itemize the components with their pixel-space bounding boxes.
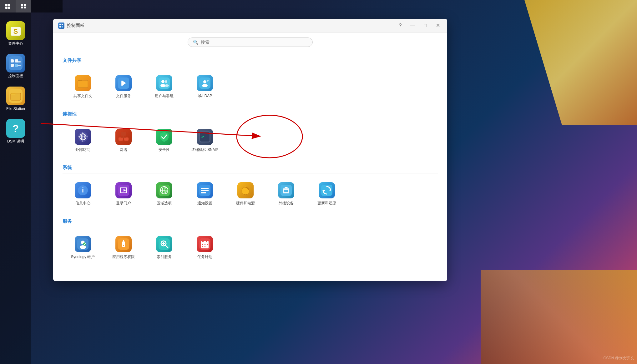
- update-restore-label: 更新和还原: [317, 201, 336, 206]
- info-center-icon: i: [75, 182, 91, 198]
- region-icon: [156, 182, 172, 198]
- grid-item-info-center[interactable]: i 信息中心: [63, 178, 103, 210]
- grid-item-notifications[interactable]: 通知设置: [185, 178, 225, 210]
- pkg-center-label: 套件中心: [8, 41, 23, 46]
- window-controls: ? — □ ✕: [396, 21, 442, 30]
- security-icon: [156, 129, 172, 145]
- search-input[interactable]: [201, 40, 307, 45]
- svg-point-34: [161, 80, 164, 83]
- grid-item-task-scheduler[interactable]: 任务计划: [185, 232, 225, 264]
- svg-rect-16: [18, 65, 21, 66]
- synology-account-icon: [75, 236, 91, 252]
- indexing-service-label: 索引服务: [157, 255, 172, 260]
- window-title: 控制面板: [67, 23, 396, 28]
- maximize-button[interactable]: □: [421, 21, 430, 30]
- notify-icon: [197, 182, 213, 198]
- search-box[interactable]: 🔍: [188, 37, 313, 47]
- minimize-button[interactable]: —: [408, 21, 417, 30]
- sidebar-item-control-panel[interactable]: 控制面板: [2, 51, 30, 81]
- terminal-snmp-label: 终端机和 SNMP: [191, 147, 218, 152]
- domain-ldap-label: 域/LDAP: [198, 94, 212, 99]
- network-label: 网络: [120, 147, 127, 152]
- section-services: 服务: [63, 218, 438, 227]
- watermark: CSDN @刘火班长: [603, 356, 634, 361]
- grid-item-domain-ldap[interactable]: 域/LDAP: [185, 71, 225, 103]
- grid-item-hardware-power[interactable]: 硬件和电源: [225, 178, 266, 210]
- svg-text:>_: >_: [201, 134, 207, 139]
- svg-rect-20: [11, 93, 21, 100]
- search-icon: 🔍: [193, 40, 198, 45]
- search-bar-container: 🔍: [53, 32, 447, 49]
- svg-rect-93: [205, 244, 205, 245]
- terminal-snmp-icon: >_: [197, 129, 213, 145]
- list-view-btn[interactable]: [16, 0, 31, 12]
- svg-rect-92: [202, 244, 203, 245]
- grid-item-region[interactable]: 区域选项: [144, 178, 185, 210]
- svg-point-78: [80, 245, 86, 249]
- sidebar-item-file-station[interactable]: File Station: [2, 84, 30, 113]
- svg-point-39: [203, 80, 206, 83]
- grid-item-file-service[interactable]: 文件服务: [103, 71, 144, 103]
- dsm-help-icon: ?: [6, 119, 25, 138]
- svg-point-37: [164, 84, 169, 87]
- grid-item-indexing-service[interactable]: 索引服务: [144, 232, 185, 264]
- svg-text:S: S: [13, 27, 18, 35]
- section-connectivity: 连接性: [63, 111, 438, 120]
- window-app-icon: [58, 22, 64, 29]
- svg-point-64: [165, 190, 167, 192]
- pkg-center-icon: S: [6, 21, 25, 40]
- svg-rect-0: [5, 4, 8, 6]
- file-service-label: 文件服务: [116, 94, 131, 99]
- grid-item-synology-account[interactable]: Synology 帐户: [63, 232, 103, 264]
- security-label: 安全性: [159, 147, 170, 152]
- section-system: 系统: [63, 165, 438, 173]
- notify-label: 通知设置: [197, 201, 212, 206]
- grid-item-shared-folder[interactable]: 共享文件夹: [63, 71, 103, 103]
- info-center-label: 信息中心: [75, 201, 90, 206]
- task-scheduler-icon: [197, 236, 213, 252]
- grid-item-users-groups[interactable]: 用户与群组: [144, 71, 185, 103]
- grid-item-app-permissions[interactable]: 应用程序权限: [103, 232, 144, 264]
- domain-ldap-icon: [197, 75, 213, 91]
- grid-item-security[interactable]: 安全性: [144, 124, 185, 157]
- shared-folder-label: 共享文件夹: [73, 94, 92, 99]
- svg-rect-95: [202, 246, 203, 247]
- login-portal-icon: [115, 182, 132, 198]
- task-scheduler-label: 任务计划: [197, 255, 212, 260]
- grid-item-network[interactable]: 网络: [103, 124, 144, 157]
- grid-item-external-devices[interactable]: 外接设备: [266, 178, 306, 210]
- svg-rect-7: [24, 7, 26, 8]
- taskbar: [0, 0, 63, 12]
- grid-item-update-restore[interactable]: 更新和还原: [306, 178, 347, 210]
- window-titlebar: 控制面板 ? — □ ✕: [53, 19, 447, 32]
- svg-rect-96: [205, 246, 205, 247]
- svg-rect-91: [206, 240, 207, 242]
- grid-item-external-access[interactable]: 外部访问: [63, 124, 103, 157]
- grid-view-btn[interactable]: [0, 0, 16, 12]
- help-button[interactable]: ?: [396, 21, 405, 30]
- section-file-sharing: 文件共享: [63, 57, 438, 66]
- grid-item-terminal-snmp[interactable]: >_ 终端机和 SNMP: [185, 124, 225, 157]
- sidebar-item-dsm-help[interactable]: ? DSM 说明: [2, 117, 30, 146]
- file-service-icon: [115, 75, 132, 91]
- region-label: 区域选项: [157, 201, 172, 206]
- connectivity-grid: 外部访问 网络: [63, 121, 438, 160]
- svg-rect-67: [201, 190, 209, 191]
- svg-rect-94: [207, 244, 208, 245]
- sidebar-item-pkg-center[interactable]: S 套件中心: [2, 19, 30, 48]
- svg-point-41: [207, 80, 209, 82]
- svg-rect-10: [9, 56, 23, 70]
- ctrl-panel-label: 控制面板: [8, 74, 23, 78]
- svg-rect-5: [24, 4, 26, 6]
- close-button[interactable]: ✕: [433, 21, 442, 30]
- svg-rect-25: [62, 24, 63, 25]
- hardware-power-label: 硬件和电源: [236, 201, 255, 206]
- svg-rect-24: [59, 24, 61, 25]
- services-grid: Synology 帐户 应用程序权限: [63, 228, 438, 267]
- svg-rect-26: [59, 26, 61, 27]
- svg-point-40: [202, 84, 208, 87]
- users-groups-icon: [156, 75, 172, 91]
- app-permissions-icon: [115, 236, 132, 252]
- svg-rect-1: [8, 4, 10, 6]
- grid-item-login-portal[interactable]: 登录门户: [103, 178, 144, 210]
